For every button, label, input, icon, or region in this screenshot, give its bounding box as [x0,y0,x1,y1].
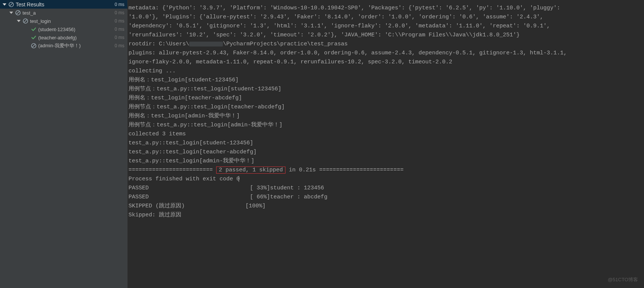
tree-label: (student-123456) [38,27,75,32]
tree-leaf-student[interactable]: (student-123456) 0 ms [0,25,127,33]
console-output[interactable]: metadata: {'Python': '3.9.7', 'Platform'… [128,0,644,288]
tree-duration: 0 ms [115,10,124,15]
console-line: test_a.py::test_login[student-123456] [129,139,643,148]
tree-duration: 0 ms [115,18,124,24]
tree-label: test_login [30,18,51,24]
skip-icon [8,2,14,8]
console-line: 用例节点：test_a.py::test_login[admin-我爱中华！] [129,121,643,130]
tree-label: (admin-我爱中华！) [38,42,81,49]
tree-label: (teacher-abcdefg) [38,35,77,40]
console-line: Process finished with exit code 0 [129,175,643,184]
console-line: PASSED [ 66%]teacher : abcdefg [129,193,643,202]
test-results-tree[interactable]: Test Results 0 ms test_a 0 ms test_login [0,0,128,288]
console-line: test_a.py::test_login[teacher-abcdefg] [129,148,643,157]
tree-node-test-a[interactable]: test_a 0 ms [0,9,127,17]
tree-duration: 0 ms [115,27,124,32]
console-line: PASSED [ 33%]student : 123456 [129,184,643,193]
console-line: ignore-flaky-2.0.0, metadata-1.11.0, rep… [129,58,643,67]
console-line: 用例节点：test_a.py::test_login[teacher-abcde… [129,103,643,112]
redacted-username [189,42,223,46]
svg-line-7 [33,45,35,47]
console-line: collecting ... [129,67,643,76]
tree-duration: 0 ms [115,35,124,40]
chevron-down-icon[interactable] [16,19,21,23]
summary-highlight: 2 passed, 1 skipped [216,166,285,174]
console-line: metadata: {'Python': '3.9.7', 'Platform'… [129,4,643,13]
skip-icon [15,10,21,16]
pass-icon [31,34,37,40]
console-line: plugins: allure-pytest-2.9.43, Faker-8.1… [129,49,643,58]
console-line: 'rerunfailures': '10.2', 'spec': '3.2.0'… [129,31,643,40]
console-line: collected 3 items [129,130,643,139]
tree-duration: 0 ms [115,43,124,48]
tree-root-test-results[interactable]: Test Results 0 ms [0,0,127,9]
console-line: 用例名：test_login[admin-我爱中华！] [129,112,643,121]
console-line: SKIPPED (跳过原因) [100%] [129,202,643,211]
text-cursor [239,176,239,182]
console-line: '1.0.0'}, 'Plugins': {'allure-pytest': '… [129,13,643,22]
tree-duration: 0 ms [115,2,124,7]
tree-label: test_a [22,10,36,16]
watermark: @51CTO博客 [608,275,638,284]
chevron-down-icon[interactable] [9,10,13,15]
tree-leaf-admin[interactable]: (admin-我爱中华！) 0 ms [0,42,127,50]
tree-label: Test Results [16,2,44,8]
console-line: test_a.py::test_login[admin-我爱中华！] [129,157,643,166]
skip-icon [31,43,37,49]
console-summary-line: ========================= 2 passed, 1 sk… [129,166,643,175]
svg-line-5 [24,20,27,22]
chevron-down-icon[interactable] [2,2,7,7]
console-line: 'dependency': '0.5.1', 'gitignore': '1.3… [129,22,643,31]
console-line: 用例节点：test_a.py::test_login[student-12345… [129,85,643,94]
skip-icon [22,18,28,24]
svg-line-1 [10,3,13,6]
console-line: Skipped: 跳过原因 [129,211,643,220]
console-line: 用例名：test_login[teacher-abcdefg] [129,94,643,103]
console-line: 用例名：test_login[student-123456] [129,76,643,85]
tree-leaf-teacher[interactable]: (teacher-abcdefg) 0 ms [0,33,127,42]
tree-node-test-login[interactable]: test_login 0 ms [0,17,127,25]
pass-icon [31,26,37,32]
svg-line-3 [17,12,19,14]
console-line: rootdir: C:\Users\\PycharmProjects\pract… [129,40,643,49]
